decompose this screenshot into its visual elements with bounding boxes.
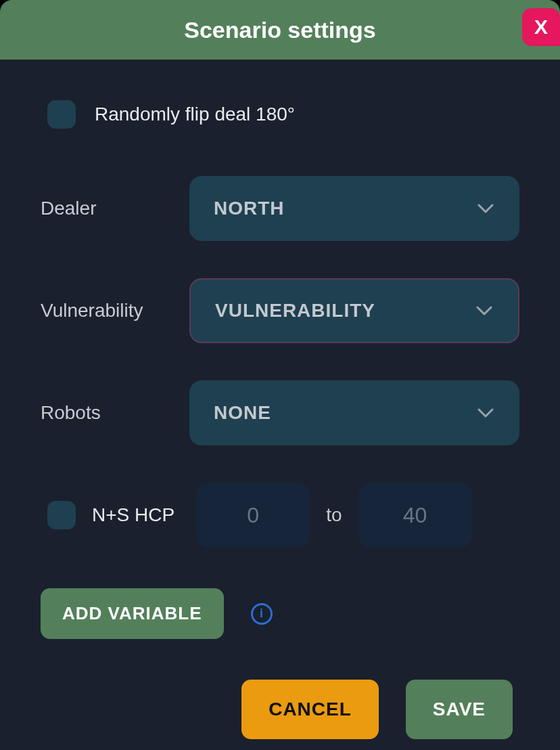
robots-label: Robots bbox=[41, 402, 189, 424]
random-flip-checkbox[interactable] bbox=[47, 100, 76, 129]
robots-select[interactable]: NONE bbox=[189, 380, 519, 445]
add-variable-button[interactable]: ADD VARIABLE bbox=[41, 588, 224, 639]
modal-body: Randomly flip deal 180° Dealer NORTH Vul… bbox=[0, 60, 560, 750]
modal-footer: CANCEL SAVE bbox=[41, 680, 519, 739]
hcp-label: N+S HCP bbox=[92, 504, 174, 526]
vulnerability-row: Vulnerability VULNERABILITY bbox=[41, 278, 519, 343]
hcp-to-label: to bbox=[326, 504, 342, 526]
dealer-value: NORTH bbox=[214, 198, 285, 219]
info-icon[interactable]: i bbox=[251, 603, 273, 625]
dealer-row: Dealer NORTH bbox=[41, 176, 519, 241]
cancel-button[interactable]: CANCEL bbox=[241, 680, 379, 739]
info-icon-label: i bbox=[260, 606, 263, 621]
robots-value: NONE bbox=[214, 402, 271, 424]
vulnerability-select[interactable]: VULNERABILITY bbox=[189, 278, 519, 343]
close-button[interactable]: X bbox=[522, 8, 560, 46]
modal-header: Scenario settings X bbox=[0, 0, 560, 60]
add-variable-row: ADD VARIABLE i bbox=[41, 588, 519, 639]
hcp-max-input[interactable] bbox=[358, 483, 472, 548]
close-icon: X bbox=[534, 16, 548, 39]
chevron-down-icon bbox=[476, 199, 495, 218]
robots-row: Robots NONE bbox=[41, 380, 519, 445]
modal-title: Scenario settings bbox=[184, 17, 375, 43]
save-button[interactable]: SAVE bbox=[406, 680, 513, 739]
dealer-select[interactable]: NORTH bbox=[189, 176, 519, 241]
vulnerability-label: Vulnerability bbox=[41, 300, 189, 322]
dealer-label: Dealer bbox=[41, 198, 189, 219]
scenario-settings-modal: Scenario settings X Randomly flip deal 1… bbox=[0, 0, 560, 750]
hcp-checkbox[interactable] bbox=[47, 501, 76, 529]
chevron-down-icon bbox=[475, 301, 494, 320]
hcp-row: N+S HCP to bbox=[41, 483, 519, 548]
chevron-down-icon bbox=[476, 403, 495, 422]
hcp-min-input[interactable] bbox=[196, 483, 310, 548]
vulnerability-value: VULNERABILITY bbox=[215, 300, 375, 322]
random-flip-row: Randomly flip deal 180° bbox=[41, 100, 519, 129]
random-flip-label: Randomly flip deal 180° bbox=[95, 104, 295, 125]
